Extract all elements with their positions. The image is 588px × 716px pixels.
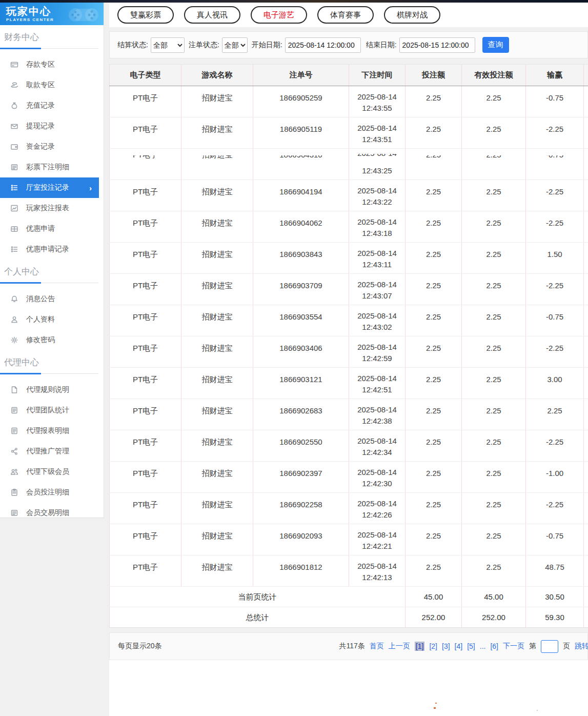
sidebar-item[interactable]: 优惠申请 [0, 218, 99, 239]
page-link[interactable]: [6] [490, 642, 498, 650]
game-tab[interactable]: 雙赢彩票 [117, 6, 174, 24]
page-link[interactable]: [2] [429, 642, 437, 650]
cell-extra [584, 399, 588, 430]
sidebar-item[interactable]: 厅室投注记录› [0, 177, 99, 198]
cell-type: PT电子 [110, 243, 181, 274]
cell-bet: 2.25 [405, 524, 462, 555]
col-header: 游戏名称 [181, 65, 253, 86]
sidebar-item[interactable]: 代理规则说明 [0, 380, 99, 400]
sidebar-item[interactable]: 会员投注明细 [0, 482, 99, 503]
sidebar-item[interactable]: 消息公告 [0, 289, 99, 309]
goto-page-input[interactable] [541, 640, 558, 653]
page-link[interactable]: [3] [442, 642, 450, 650]
cell-valid-bet: 2.25 [462, 305, 526, 336]
cell-valid-bet: 2.25 [462, 149, 526, 180]
game-tab[interactable]: 电子游艺 [251, 6, 307, 24]
sidebar-item[interactable]: 代理团队统计 [0, 400, 99, 421]
sidebar-item[interactable]: 代理报表明细 [0, 421, 99, 441]
table-row: PT电子招财进宝18669022582025-08-1412:42:262.25… [110, 493, 588, 524]
cell-bet: 2.25 [405, 430, 462, 462]
cell-winloss: -2.25 [526, 211, 584, 243]
coupon-icon [10, 225, 18, 233]
hall-records-icon [10, 184, 18, 192]
cell-valid-bet: 2.25 [462, 555, 526, 587]
cell-bet-id: 1866901812 [253, 555, 349, 587]
next-page-link[interactable]: 下一页 [503, 642, 524, 651]
first-page-link[interactable]: 首页 [370, 642, 384, 651]
search-button[interactable]: 查询 [482, 37, 509, 53]
member-transactions-icon [10, 509, 18, 517]
sidebar-item[interactable]: 存款专区 [0, 54, 99, 75]
cell-game: 招财进宝 [181, 336, 253, 368]
start-date-input[interactable] [285, 37, 361, 53]
hand-money-icon [10, 81, 18, 89]
page-link[interactable]: [4] [455, 642, 463, 650]
cell-bet: 2.25 [405, 274, 462, 305]
col-header: 有效投注额 [462, 65, 526, 86]
cell-extra [584, 462, 588, 493]
end-date-input[interactable] [399, 37, 475, 53]
cell-type: PT电子 [110, 430, 181, 462]
cell-winloss: -0.75 [526, 149, 584, 180]
summary-bet: 45.00 [405, 587, 462, 607]
sidebar-item[interactable]: 个人资料 [0, 309, 99, 330]
page-link[interactable]: [5] [467, 642, 475, 650]
cell-bet-id: 1866903709 [253, 274, 349, 305]
cell-valid-bet: 2.25 [462, 336, 526, 368]
cell-time: 2025-08-1412:42:59 [349, 336, 405, 368]
cell-extra [584, 274, 588, 305]
cell-bet: 2.25 [405, 368, 462, 399]
sidebar-item[interactable]: 代理推广管理 [0, 441, 99, 462]
cell-valid-bet: 2.25 [462, 524, 526, 555]
order-status-select[interactable]: 全部 [222, 37, 248, 53]
pagination-controls: 共117条首页上一页[1][2][3][4][5]...[6]下一页第页跳转 [339, 640, 588, 653]
sidebar-item[interactable]: 提现记录 [0, 116, 99, 136]
summary-bet: 252.00 [405, 607, 462, 628]
prev-page-link[interactable]: 上一页 [389, 642, 410, 651]
game-tab[interactable]: 体育赛事 [317, 6, 374, 24]
table-row: PT电子招财进宝18669038432025-08-1412:43:112.25… [110, 243, 588, 274]
sidebar-item[interactable]: 修改密码 [0, 330, 99, 350]
settle-status-label: 结算状态: [117, 41, 148, 50]
records-table-panel: 电子类型游戏名称注单号下注时间投注额有效投注额输赢PT电子招财进宝1866905… [109, 64, 588, 628]
share-icon [10, 447, 18, 455]
table-row: PT电子招财进宝18669026832025-08-1412:42:382.25… [110, 399, 588, 430]
cell-valid-bet: 2.25 [462, 211, 526, 243]
coupon-records-icon [10, 245, 18, 253]
sidebar-item[interactable]: 彩票下注明细 [0, 157, 99, 177]
table-row: PT电子招财进宝18669040622025-08-1412:43:182.25… [110, 211, 588, 243]
sidebar-item[interactable]: 取款专区 [0, 75, 99, 95]
cell-winloss: 3.00 [526, 368, 584, 399]
sidebar-item[interactable]: 会员交易明细 [0, 503, 99, 518]
col-header: 注单号 [253, 65, 349, 86]
settle-status-select[interactable]: 全部 [151, 37, 185, 53]
cell-extra [584, 524, 588, 555]
table-row: PT电子招财进宝18669037092025-08-1412:43:072.25… [110, 274, 588, 305]
sidebar-item[interactable]: 资金记录 [0, 136, 99, 157]
sidebar-item[interactable]: 玩家投注报表 [0, 198, 99, 218]
cell-type: PT电子 [110, 336, 181, 368]
sidebar-item-label: 优惠申请记录 [26, 245, 69, 254]
sidebar-item[interactable]: 充值记录 [0, 95, 99, 116]
section-label: 代理中心 [0, 350, 104, 369]
team-stats-icon [10, 406, 18, 414]
sidebar-item[interactable]: 代理下级会员 [0, 462, 99, 482]
sidebar-item-label: 个人资料 [26, 315, 55, 324]
cell-time: 2025-08-1412:43:22 [349, 180, 405, 211]
game-tab[interactable]: 真人视讯 [184, 6, 240, 24]
cell-type: PT电子 [110, 180, 181, 211]
goto-jump-link[interactable]: 跳转 [575, 642, 588, 651]
game-tab[interactable]: 棋牌对战 [384, 6, 440, 24]
cell-type: PT电子 [110, 462, 181, 493]
chevron-right-icon: › [89, 184, 92, 192]
page-link-current[interactable]: [1] [415, 642, 425, 651]
table-row: PT电子招财进宝18669052592025-08-1412:43:552.25… [110, 86, 588, 117]
cell-bet: 2.25 [405, 336, 462, 368]
bet-report-icon [10, 204, 18, 212]
sidebar-item-label: 修改密码 [26, 335, 55, 345]
cell-bet: 2.25 [405, 180, 462, 211]
goto-prefix-label: 第 [529, 642, 536, 651]
cell-game: 招财进宝 [181, 462, 253, 493]
sidebar-item[interactable]: 优惠申请记录 [0, 239, 99, 260]
cell-game: 招财进宝 [181, 524, 253, 555]
